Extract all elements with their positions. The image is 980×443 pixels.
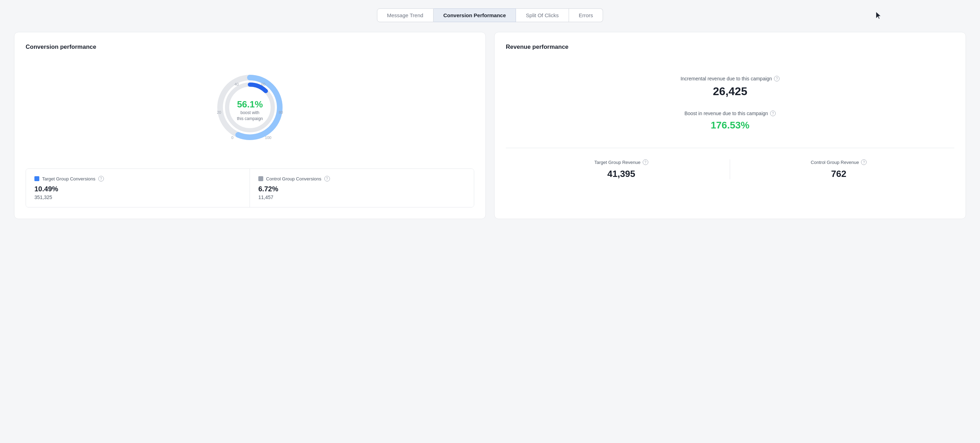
target-label-row: Target Group Conversions ? bbox=[34, 176, 241, 182]
boost-revenue-label: Boost in revenue due to this campaign ? bbox=[684, 111, 776, 116]
control-group-stat: Control Group Conversions ? 6.72% 11,457 bbox=[250, 169, 474, 207]
incremental-revenue-label: Incremental revenue due to this campaign… bbox=[681, 76, 780, 81]
control-percent: 6.72% bbox=[258, 185, 465, 193]
svg-text:40: 40 bbox=[234, 82, 239, 86]
target-help-icon[interactable]: ? bbox=[98, 176, 104, 182]
control-group-revenue-label-text: Control Group Revenue bbox=[811, 160, 859, 165]
target-revenue-help-icon[interactable]: ? bbox=[643, 159, 648, 165]
target-count: 351,325 bbox=[34, 194, 241, 200]
svg-text:100: 100 bbox=[265, 135, 271, 140]
svg-text:20: 20 bbox=[217, 110, 221, 115]
revenue-main-section: Incremental revenue due to this campaign… bbox=[506, 62, 955, 148]
incremental-revenue-value: 26,425 bbox=[713, 85, 747, 98]
target-group-revenue-label-text: Target Group Revenue bbox=[594, 160, 641, 165]
tab-errors[interactable]: Errors bbox=[569, 8, 603, 22]
target-label-text: Target Group Conversions bbox=[42, 176, 95, 182]
gauge-label-line1: boost with bbox=[237, 110, 263, 116]
gauge-percent: 56.1% bbox=[237, 99, 263, 110]
control-label-text: Control Group Conversions bbox=[266, 176, 321, 182]
tab-split-of-clicks[interactable]: Split Of Clicks bbox=[516, 8, 569, 22]
tab-message-trend[interactable]: Message Trend bbox=[377, 8, 433, 22]
control-group-revenue-value: 762 bbox=[831, 169, 846, 179]
gauge-center-overlay: 56.1% boost with this campaign bbox=[237, 99, 263, 122]
revenue-content: Incremental revenue due to this campaign… bbox=[506, 62, 955, 191]
control-revenue-help-icon[interactable]: ? bbox=[861, 159, 867, 165]
revenue-performance-card: Revenue performance Incremental revenue … bbox=[494, 32, 966, 219]
svg-text:0: 0 bbox=[231, 135, 234, 140]
control-label-row: Control Group Conversions ? bbox=[258, 176, 465, 182]
control-color-dot bbox=[258, 176, 263, 181]
conversion-card-title: Conversion performance bbox=[25, 43, 474, 51]
revenue-groups-section: Target Group Revenue ? 41,395 Control Gr… bbox=[506, 148, 955, 191]
target-percent: 10.49% bbox=[34, 185, 241, 193]
tab-navigation: Message Trend Conversion Performance Spl… bbox=[14, 8, 966, 22]
conversion-performance-card: Conversion performance bbox=[14, 32, 486, 219]
boost-help-icon[interactable]: ? bbox=[770, 111, 776, 116]
revenue-card-title: Revenue performance bbox=[506, 43, 955, 51]
gauge-label-line2: this campaign bbox=[237, 116, 263, 122]
control-count: 11,457 bbox=[258, 194, 465, 200]
control-group-revenue-label: Control Group Revenue ? bbox=[811, 159, 867, 165]
boost-revenue-value: 176.53% bbox=[711, 120, 750, 131]
boost-revenue-label-text: Boost in revenue due to this campaign bbox=[684, 111, 768, 116]
target-group-revenue-value: 41,395 bbox=[607, 169, 635, 179]
control-group-revenue: Control Group Revenue ? 762 bbox=[730, 159, 947, 179]
svg-text:60: 60 bbox=[261, 82, 266, 86]
target-group-revenue-label: Target Group Revenue ? bbox=[594, 159, 648, 165]
target-color-dot bbox=[34, 176, 39, 181]
incremental-help-icon[interactable]: ? bbox=[774, 76, 780, 81]
tab-conversion-performance[interactable]: Conversion Performance bbox=[433, 8, 516, 22]
svg-text:80: 80 bbox=[279, 110, 283, 115]
gauge-container: 0 20 40 60 80 100 56.1% bbox=[211, 69, 288, 146]
incremental-revenue-label-text: Incremental revenue due to this campaign bbox=[681, 76, 772, 81]
conversion-stats: Target Group Conversions ? 10.49% 351,32… bbox=[25, 169, 474, 207]
gauge-area: 0 20 40 60 80 100 56.1% bbox=[25, 62, 474, 160]
control-help-icon[interactable]: ? bbox=[325, 176, 330, 182]
target-group-stat: Target Group Conversions ? 10.49% 351,32… bbox=[26, 169, 250, 207]
target-group-revenue: Target Group Revenue ? 41,395 bbox=[513, 159, 730, 179]
content-grid: Conversion performance bbox=[14, 32, 966, 219]
